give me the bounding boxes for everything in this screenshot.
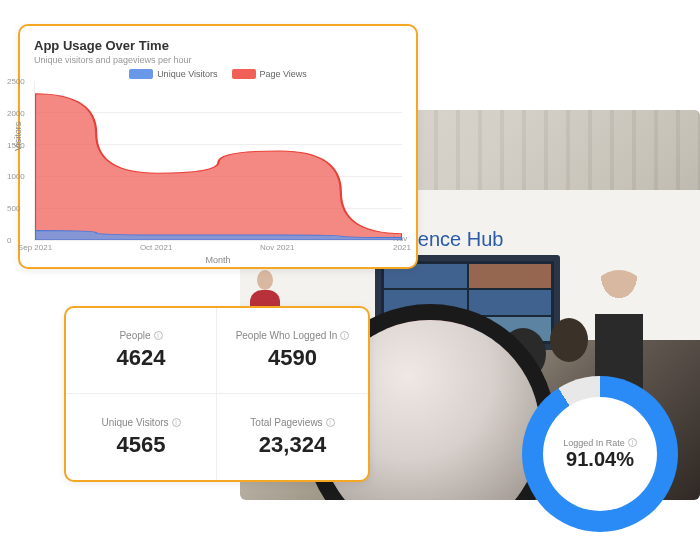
chart-legend: Unique Visitors Page Views [34,69,402,79]
xtick: Nov 2021 [260,243,294,252]
legend-page-views[interactable]: Page Views [232,69,307,79]
stat-value: 23,324 [259,432,326,458]
series-page-views [35,94,402,240]
info-icon[interactable]: i [326,418,335,427]
ytick: 0 [7,236,11,245]
logged-in-rate-donut: Logged In Rate i 91.04% [522,376,678,532]
info-icon[interactable]: i [628,438,637,447]
info-icon[interactable]: i [154,331,163,340]
stat-value: 4624 [117,345,166,371]
legend-label: Unique Visitors [157,69,217,79]
ytick: 2000 [7,108,25,117]
usage-chart-card: App Usage Over Time Unique visitors and … [18,24,418,269]
stat-value: 4565 [117,432,166,458]
stat-label: People Who Logged In i [236,330,350,341]
chart-xlabel: Month [34,255,402,265]
stat-total-pageviews: Total Pageviews i 23,324 [217,394,368,480]
donut-value: 91.04% [566,448,634,471]
chart-svg [35,81,402,240]
legend-label: Page Views [260,69,307,79]
swatch-icon [232,69,256,79]
chart-plot: Visitors 0 500 1000 1500 2000 2500 Sep 2… [34,81,402,241]
audience-head [550,318,588,362]
chart-subtitle: Unique visitors and pageviews per hour [34,55,402,65]
chart-title: App Usage Over Time [34,38,402,53]
donut-label: Logged In Rate i [563,438,637,448]
xtick: Oct 2021 [140,243,172,252]
stat-label: Unique Visitors i [101,417,180,428]
stat-logged-in: People Who Logged In i 4590 [217,308,368,394]
xtick: Sep 2021 [18,243,52,252]
ytick: 1500 [7,140,25,149]
swatch-icon [129,69,153,79]
stats-card: People i 4624 People Who Logged In i 459… [64,306,370,482]
legend-unique-visitors[interactable]: Unique Visitors [129,69,217,79]
ytick: 1000 [7,172,25,181]
info-icon[interactable]: i [340,331,349,340]
stat-label: People i [119,330,162,341]
donut-ring: Logged In Rate i 91.04% [522,376,678,532]
donut-center: Logged In Rate i 91.04% [543,397,657,511]
ytick: 500 [7,204,20,213]
stat-label: Total Pageviews i [250,417,334,428]
stat-people: People i 4624 [66,308,217,394]
stat-value: 4590 [268,345,317,371]
stat-unique-visitors: Unique Visitors i 4565 [66,394,217,480]
info-icon[interactable]: i [172,418,181,427]
ytick: 2500 [7,77,25,86]
